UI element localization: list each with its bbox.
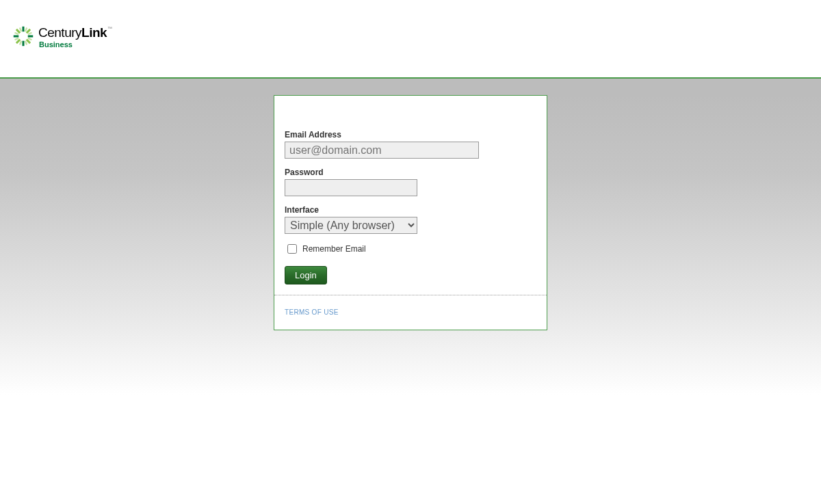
login-panel: Email Address Password Interface Simple …	[274, 95, 547, 330]
interface-group: Interface Simple (Any browser)	[285, 205, 536, 234]
logo: CenturyLink™ Business	[13, 26, 821, 49]
email-group: Email Address	[285, 130, 536, 159]
remember-label: Remember Email	[302, 244, 366, 254]
remember-checkbox[interactable]	[287, 244, 297, 254]
content-area: Email Address Password Interface Simple …	[0, 79, 821, 395]
svg-rect-2	[14, 36, 19, 38]
svg-rect-0	[23, 27, 25, 32]
password-group: Password	[285, 168, 536, 196]
logo-text: CenturyLink™ Business	[38, 26, 112, 49]
login-form: Email Address Password Interface Simple …	[274, 96, 547, 295]
remember-group: Remember Email	[285, 244, 536, 254]
logo-sub-brand: Business	[39, 41, 112, 49]
svg-rect-1	[23, 41, 25, 47]
email-field[interactable]	[285, 142, 479, 159]
email-label: Email Address	[285, 130, 536, 140]
interface-select[interactable]: Simple (Any browser)	[285, 217, 417, 234]
header: CenturyLink™ Business	[0, 0, 821, 79]
logo-brand-name: CenturyLink™	[38, 26, 112, 39]
login-button[interactable]: Login	[285, 266, 327, 284]
terms-link[interactable]: TERMS OF USE	[285, 308, 339, 316]
password-label: Password	[285, 168, 536, 177]
starburst-icon	[13, 26, 34, 47]
login-footer: TERMS OF USE	[274, 295, 547, 330]
interface-label: Interface	[285, 205, 536, 215]
password-field[interactable]	[285, 179, 417, 196]
svg-rect-3	[28, 36, 34, 38]
